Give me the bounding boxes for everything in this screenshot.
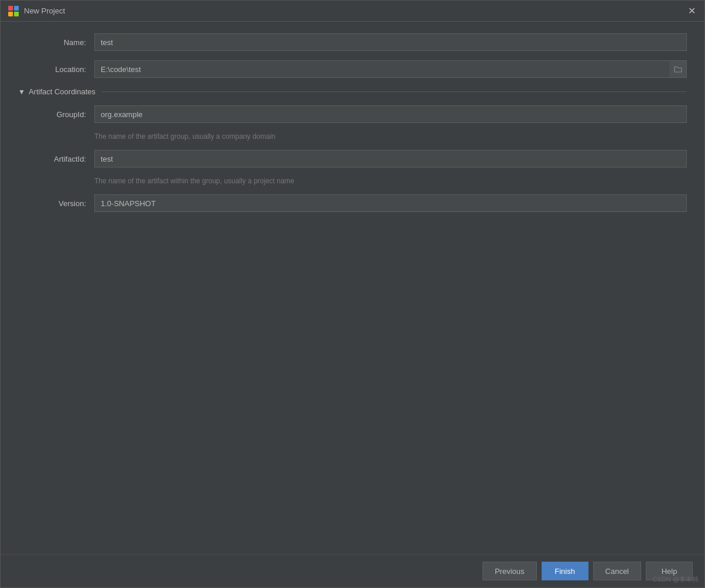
folder-browse-button[interactable]	[669, 60, 687, 78]
artifact-id-row: ArtifactId:	[18, 150, 687, 167]
location-input[interactable]	[94, 60, 687, 78]
watermark: CSDN @李本帅	[653, 575, 699, 584]
artifact-id-input[interactable]	[94, 150, 687, 167]
artifact-section-title: Artifact Coordinates	[29, 87, 95, 96]
chevron-down-icon[interactable]: ▼	[18, 88, 25, 96]
title-bar-left: New Project	[8, 5, 65, 17]
group-id-row: GroupId:	[18, 105, 687, 123]
title-bar: New Project ✕	[1, 1, 704, 22]
content-area: Name: Location: ▼ Artifact Coordinates	[1, 22, 704, 554]
section-divider	[101, 91, 687, 92]
version-row: Version:	[18, 194, 687, 212]
location-input-wrap	[94, 60, 687, 78]
cancel-button[interactable]: Cancel	[593, 562, 641, 580]
artifact-id-input-wrap	[94, 150, 687, 167]
svg-rect-3	[14, 12, 19, 16]
close-button[interactable]: ✕	[686, 5, 697, 17]
artifact-id-label: ArtifactId:	[18, 155, 94, 163]
artifact-id-hint: The name of the artifact within the grou…	[94, 177, 687, 185]
name-input-wrap	[94, 33, 687, 51]
name-input[interactable]	[94, 33, 687, 51]
group-id-input-wrap	[94, 105, 687, 123]
finish-button[interactable]: Finish	[542, 562, 588, 580]
previous-button[interactable]: Previous	[482, 562, 537, 580]
svg-rect-0	[8, 6, 13, 11]
version-input-wrap	[94, 194, 687, 212]
version-input[interactable]	[94, 194, 687, 212]
group-id-label: GroupId:	[18, 110, 94, 119]
name-row: Name:	[18, 33, 687, 51]
dialog-title: New Project	[24, 6, 65, 15]
group-id-hint: The name of the artifact group, usually …	[94, 132, 687, 141]
app-icon	[8, 5, 19, 17]
location-label: Location:	[18, 65, 94, 74]
new-project-dialog: New Project ✕ Name: Location:	[0, 0, 705, 588]
artifact-section-header: ▼ Artifact Coordinates	[18, 87, 687, 96]
version-label: Version:	[18, 199, 94, 208]
artifact-section-content: GroupId: The name of the artifact group,…	[18, 105, 687, 212]
svg-rect-2	[8, 12, 13, 16]
svg-rect-1	[14, 6, 19, 11]
group-id-input[interactable]	[94, 105, 687, 123]
footer: Previous Finish Cancel Help	[1, 554, 704, 587]
name-label: Name:	[18, 38, 94, 47]
location-row: Location:	[18, 60, 687, 78]
